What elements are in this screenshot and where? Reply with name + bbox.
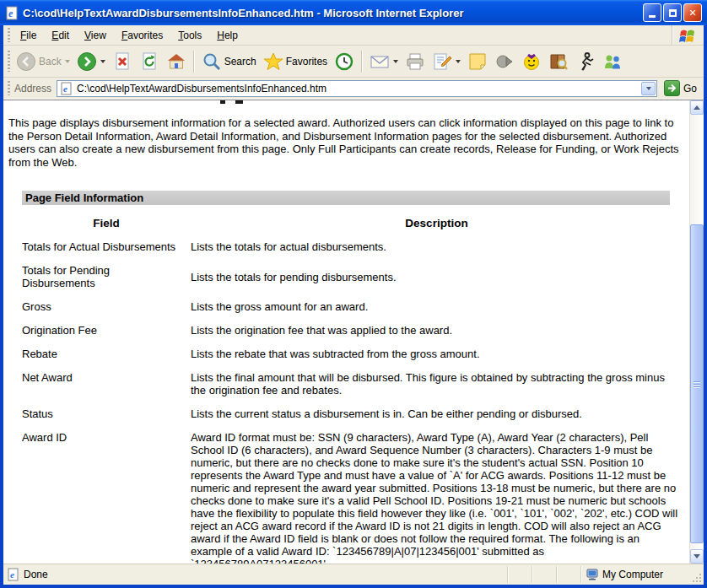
mail-button[interactable] bbox=[366, 49, 402, 74]
print-button[interactable] bbox=[402, 49, 429, 74]
description-column-header: Description bbox=[191, 217, 683, 229]
history-button[interactable] bbox=[331, 49, 358, 74]
two-people-icon bbox=[602, 51, 623, 72]
stop-button[interactable] bbox=[109, 49, 136, 74]
field-name: Totals for Actual Disbursements bbox=[22, 240, 191, 253]
go-label: Go bbox=[683, 83, 697, 94]
field-description: Lists the gross amount for an award. bbox=[191, 300, 686, 313]
back-dropdown-icon[interactable] bbox=[65, 60, 70, 63]
resize-grip[interactable] bbox=[690, 564, 704, 585]
toolbar-separator bbox=[193, 51, 195, 73]
go-button[interactable]: Go bbox=[657, 80, 702, 96]
back-button[interactable]: Back bbox=[13, 49, 73, 74]
menubar-grip[interactable] bbox=[8, 28, 10, 41]
go-arrow-icon bbox=[667, 83, 677, 94]
title-bar: e C:\cod\HelpTextAwardDisbursementsInfoE… bbox=[0, 0, 707, 25]
close-button[interactable]: ✕ bbox=[683, 3, 702, 22]
history-clock-icon bbox=[334, 51, 354, 72]
status-bar: e Done My Computer bbox=[3, 564, 704, 585]
window-title: C:\cod\HelpTextAwardDisbursementsInfoEnh… bbox=[23, 7, 643, 19]
running-man-icon bbox=[575, 51, 596, 72]
research-button[interactable] bbox=[545, 49, 572, 74]
menu-help[interactable]: Help bbox=[209, 27, 246, 44]
search-button[interactable]: Search bbox=[198, 49, 260, 74]
vertical-scrollbar[interactable] bbox=[689, 100, 704, 564]
forward-button[interactable] bbox=[73, 49, 109, 74]
back-label: Back bbox=[39, 56, 62, 67]
yahoo-smiley-icon bbox=[521, 51, 542, 72]
address-input[interactable]: e C:\cod\HelpTextAwardDisbursementsInfoE… bbox=[57, 80, 657, 97]
addressbar-grip[interactable] bbox=[8, 81, 10, 96]
field-name: Origination Fee bbox=[22, 324, 191, 337]
table-row: Net Award Lists the final amount that wi… bbox=[22, 371, 686, 396]
field-description: Lists the current status a disbursement … bbox=[191, 407, 686, 420]
printer-icon bbox=[405, 51, 425, 72]
field-description: Lists the totals for actual disbursement… bbox=[191, 240, 686, 253]
field-description: Lists the final amount that will be disb… bbox=[191, 371, 686, 396]
refresh-icon bbox=[139, 51, 159, 72]
my-computer-icon bbox=[586, 568, 599, 581]
home-button[interactable] bbox=[163, 49, 190, 74]
minimize-icon bbox=[649, 15, 656, 18]
minimize-button[interactable] bbox=[643, 3, 661, 22]
table-column-headers: Field Description bbox=[22, 217, 683, 229]
media-button[interactable] bbox=[491, 49, 518, 74]
table-row: Origination Fee Lists the origination fe… bbox=[22, 324, 686, 337]
discuss-button[interactable] bbox=[464, 49, 491, 74]
table-row: Award ID Award ID format must be: SSN (9… bbox=[22, 431, 686, 564]
menu-view[interactable]: View bbox=[77, 27, 114, 44]
scrollbar-thumb[interactable] bbox=[690, 224, 704, 543]
document-page: This page displays disbursement informat… bbox=[3, 100, 689, 564]
forward-dropdown-icon[interactable] bbox=[100, 60, 105, 63]
mail-envelope-icon bbox=[370, 51, 390, 72]
intro-paragraph: This page displays disbursement informat… bbox=[8, 116, 683, 169]
field-description: Award ID format must be: SSN (9 characte… bbox=[191, 431, 686, 564]
yahoo-messenger-button[interactable] bbox=[518, 49, 545, 74]
maximize-button[interactable] bbox=[663, 3, 682, 22]
mail-dropdown-icon[interactable] bbox=[393, 60, 398, 63]
address-value: C:\cod\HelpTextAwardDisbursementsInfoEnh… bbox=[77, 83, 638, 94]
statusbar-pane bbox=[533, 564, 556, 585]
menu-favorites[interactable]: Favorites bbox=[114, 27, 170, 44]
refresh-button[interactable] bbox=[136, 49, 163, 74]
address-dropdown-button[interactable] bbox=[641, 82, 656, 95]
search-icon bbox=[202, 51, 222, 72]
menu-edit[interactable]: Edit bbox=[44, 27, 77, 44]
menu-file[interactable]: File bbox=[13, 27, 44, 44]
table-row: Totals for Actual Disbursements Lists th… bbox=[22, 240, 686, 253]
toolbar-separator bbox=[361, 51, 363, 73]
table-row: Rebate Lists the rebate that was subtrac… bbox=[22, 348, 686, 360]
scrollbar-track[interactable] bbox=[690, 115, 704, 549]
close-icon: ✕ bbox=[688, 8, 696, 19]
ie-page-icon: e bbox=[60, 82, 73, 95]
stop-icon bbox=[112, 51, 132, 72]
scroll-up-button[interactable] bbox=[690, 100, 704, 115]
menubar-separator bbox=[672, 25, 673, 45]
address-bar: Address e C:\cod\HelpTextAwardDisburseme… bbox=[3, 78, 704, 100]
edit-pencil-icon bbox=[432, 51, 452, 72]
chevron-down-icon bbox=[646, 87, 651, 90]
toolbar: Back bbox=[3, 46, 704, 78]
svg-text:e: e bbox=[10, 569, 14, 580]
scroll-down-button[interactable] bbox=[690, 549, 704, 564]
field-table: Totals for Actual Disbursements Lists th… bbox=[22, 240, 686, 564]
media-icon bbox=[494, 51, 515, 72]
edit-dropdown-icon[interactable] bbox=[456, 60, 461, 63]
aim-button[interactable] bbox=[572, 49, 599, 74]
ie-page-icon: e bbox=[5, 6, 19, 20]
section-header: Page Field Information bbox=[22, 191, 670, 205]
favorites-button[interactable]: Favorites bbox=[260, 49, 331, 74]
menu-bar: File Edit View Favorites Tools Help bbox=[3, 25, 704, 46]
msn-messenger-button[interactable] bbox=[599, 49, 626, 74]
svg-text:e: e bbox=[8, 8, 13, 19]
menu-tools[interactable]: Tools bbox=[170, 27, 209, 44]
field-name: Status bbox=[22, 407, 191, 420]
edit-button[interactable] bbox=[429, 49, 464, 74]
favorites-star-icon bbox=[263, 51, 283, 72]
clipped-heading-remnant bbox=[235, 100, 243, 104]
svg-text:e: e bbox=[63, 84, 67, 94]
note-icon bbox=[467, 51, 488, 72]
windows-logo-icon bbox=[678, 26, 697, 45]
field-column-header: Field bbox=[22, 217, 191, 229]
toolbar-grip[interactable] bbox=[8, 51, 10, 73]
